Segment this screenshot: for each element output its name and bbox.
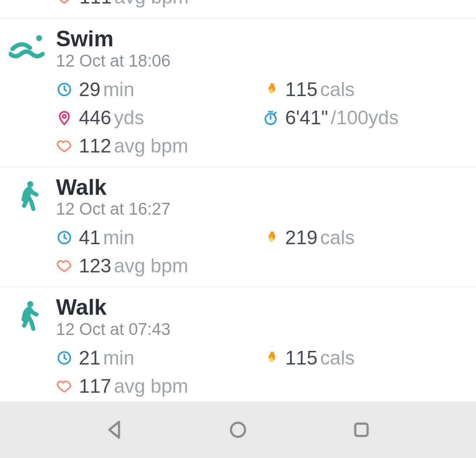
heart-icon: [56, 138, 73, 154]
nav-home-button[interactable]: [225, 417, 251, 443]
activity-date: 12 Oct at 16:27: [56, 200, 476, 219]
stat-calories: 115cals: [262, 347, 476, 369]
stopwatch-icon: [262, 109, 279, 126]
stat-distance: 446yds: [56, 107, 262, 129]
clock-icon: [56, 81, 73, 98]
nav-recent-button[interactable]: [348, 417, 375, 443]
stat-text: 446yds: [79, 107, 144, 129]
stat-text: 6'41"/100yds: [285, 107, 399, 129]
activity-stats: 41min 219cals: [56, 227, 476, 277]
stat-heart: 112avg bpm: [56, 135, 262, 157]
stat-text: 21min: [79, 347, 134, 369]
svg-rect-9: [355, 424, 368, 436]
heart-icon: [56, 0, 73, 6]
activity-date: 12 Oct at 18:06: [56, 52, 476, 71]
swim-icon: [9, 31, 48, 60]
clock-icon: [56, 350, 73, 366]
activity-row[interactable]: Swim 12 Oct at 18:06 29min: [0, 19, 476, 167]
activity-icon-col: [0, 296, 56, 397]
activity-row[interactable]: Walk 12 Oct at 16:27 41min: [0, 167, 476, 287]
stat-text: 117avg bpm: [79, 375, 188, 397]
stat-text: 219cals: [285, 227, 355, 249]
activity-row-partial[interactable]: 111avg bpm: [0, 0, 476, 19]
walk-icon: [16, 299, 41, 334]
svg-point-8: [231, 423, 245, 437]
stat-calories: 115cals: [262, 78, 476, 101]
stat-text: 41min: [79, 227, 134, 249]
stat-text: 123avg bpm: [79, 255, 188, 277]
activity-stats: 21min 115cals: [56, 347, 476, 397]
stat-heart: 123avg bpm: [56, 255, 262, 277]
pin-icon: [56, 109, 73, 126]
heart-icon: [56, 378, 73, 395]
nav-back-button[interactable]: [101, 417, 128, 443]
stat-duration: 41min: [56, 227, 262, 249]
activity-title: Swim: [56, 27, 476, 51]
stat-text: 115cals: [285, 78, 355, 101]
activity-list: 111avg bpm Swim 12 Oct at 18:06: [0, 0, 476, 407]
activity-icon-col: [0, 176, 56, 277]
stat-calories: 219cals: [262, 227, 476, 249]
activity-date: 12 Oct at 07:43: [56, 320, 476, 339]
flame-icon: [262, 350, 279, 366]
android-navbar: [0, 402, 476, 458]
stat-duration: 21min: [56, 347, 262, 369]
svg-point-6: [27, 301, 33, 307]
stat-heart-partial: 111avg bpm: [79, 0, 189, 8]
walk-icon: [16, 179, 41, 214]
stat-duration: 29min: [56, 78, 262, 101]
clock-icon: [56, 229, 73, 246]
flame-icon: [262, 229, 279, 246]
activity-title: Walk: [56, 296, 476, 319]
svg-point-2: [63, 115, 66, 118]
stat-text: 112avg bpm: [79, 135, 188, 157]
activity-body: Walk 12 Oct at 07:43 21min: [56, 296, 476, 397]
heart-icon: [56, 257, 73, 274]
svg-point-4: [27, 181, 33, 187]
stat-text: 115cals: [285, 347, 355, 369]
stat-pace: 6'41"/100yds: [262, 107, 476, 129]
activity-body: Swim 12 Oct at 18:06 29min: [56, 27, 476, 157]
activity-stats: 29min 115cals: [56, 78, 476, 157]
flame-icon: [262, 81, 279, 98]
activity-row[interactable]: Walk 12 Oct at 07:43 21min: [0, 287, 476, 407]
activity-title: Walk: [56, 176, 476, 199]
svg-point-0: [36, 35, 42, 41]
activity-icon-col: [0, 27, 56, 157]
stat-text: 29min: [79, 78, 134, 101]
stat-heart: 117avg bpm: [56, 375, 262, 397]
activity-body: Walk 12 Oct at 16:27 41min: [56, 176, 476, 277]
